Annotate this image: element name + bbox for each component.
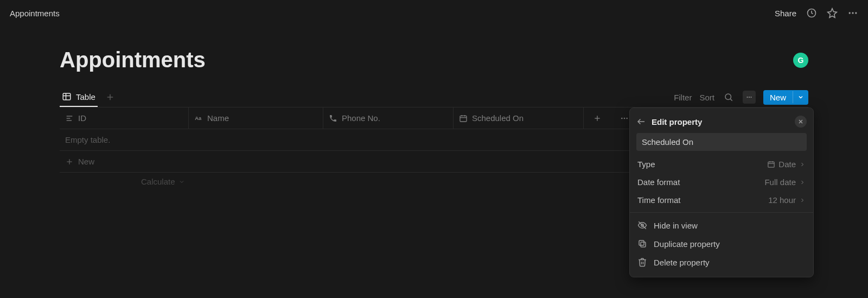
new-row-label: New — [78, 157, 94, 166]
svg-text:Aa: Aa — [195, 116, 202, 121]
svg-rect-18 — [460, 116, 467, 122]
search-icon[interactable] — [722, 91, 735, 104]
sort-button[interactable]: Sort — [699, 93, 714, 102]
column-header-name[interactable]: Aa Name — [189, 107, 323, 129]
property-name-input[interactable] — [636, 133, 807, 151]
favorite-icon[interactable] — [827, 8, 838, 18]
svg-rect-32 — [768, 162, 774, 167]
svg-point-13 — [750, 97, 751, 98]
updates-icon[interactable] — [806, 8, 817, 18]
divider — [630, 212, 813, 213]
property-type-row[interactable]: Type Date — [630, 155, 813, 173]
text-align-icon — [65, 114, 74, 123]
eye-off-icon — [637, 220, 647, 230]
edit-property-popover: Edit property Type Date — [629, 107, 814, 277]
column-header-phone-label: Phone No. — [342, 113, 380, 123]
add-view-button[interactable] — [105, 92, 115, 102]
svg-point-24 — [621, 117, 623, 119]
filter-button[interactable]: Filter — [674, 93, 692, 102]
svg-point-2 — [852, 12, 853, 14]
view-options-icon[interactable] — [743, 91, 756, 104]
time-format-label: Time format — [637, 195, 680, 205]
plus-icon — [65, 157, 74, 166]
topbar: Appointments Share — [0, 0, 868, 26]
new-button-label: New — [763, 90, 793, 105]
close-button[interactable] — [795, 116, 807, 128]
share-button[interactable]: Share — [775, 9, 796, 18]
duplicate-property-button[interactable]: Duplicate property — [630, 234, 813, 253]
delete-property-button[interactable]: Delete property — [630, 253, 813, 271]
svg-rect-4 — [63, 93, 71, 100]
svg-point-9 — [725, 94, 731, 100]
trash-icon — [637, 257, 647, 267]
svg-point-25 — [624, 117, 626, 119]
chevron-right-icon — [799, 161, 806, 168]
popover-title: Edit property — [652, 117, 789, 126]
column-header-name-label: Name — [207, 113, 229, 123]
column-header-phone[interactable]: Phone No. — [323, 107, 454, 129]
hide-in-view-button[interactable]: Hide in view — [630, 216, 813, 234]
svg-rect-38 — [641, 242, 646, 247]
svg-line-10 — [730, 99, 732, 100]
hide-in-view-label: Hide in view — [654, 221, 698, 230]
add-column-button[interactable] — [584, 107, 611, 129]
svg-rect-39 — [639, 240, 644, 245]
text-aa-icon: Aa — [194, 114, 203, 123]
breadcrumb[interactable]: Appointments — [10, 9, 60, 18]
type-value: Date — [778, 160, 796, 169]
column-header-id[interactable]: ID — [60, 107, 189, 129]
tab-table[interactable]: Table — [60, 87, 98, 107]
column-header-scheduled[interactable]: Scheduled On — [454, 107, 584, 129]
svg-point-11 — [746, 97, 748, 98]
chevron-down-icon — [178, 179, 185, 185]
back-button[interactable] — [636, 117, 646, 126]
chevron-right-icon — [799, 197, 806, 204]
view-toolbar: Table Filter Sort New — [60, 87, 808, 107]
chevron-down-icon[interactable] — [793, 91, 808, 103]
date-format-row[interactable]: Date format Full date — [630, 173, 813, 191]
type-label: Type — [637, 160, 655, 169]
column-header-id-label: ID — [78, 113, 86, 123]
time-format-row[interactable]: Time format 12 hour — [630, 191, 813, 209]
calendar-icon — [459, 114, 468, 123]
duplicate-property-label: Duplicate property — [654, 239, 720, 249]
date-format-label: Date format — [637, 177, 680, 187]
svg-point-12 — [749, 97, 750, 98]
duplicate-icon — [637, 239, 647, 249]
table-icon — [62, 92, 72, 102]
page-title[interactable]: Appointments — [60, 48, 206, 72]
time-format-value: 12 hour — [768, 195, 796, 205]
svg-point-3 — [855, 12, 857, 14]
svg-point-1 — [849, 12, 851, 14]
svg-point-26 — [626, 117, 628, 119]
avatar[interactable]: G — [793, 53, 808, 68]
new-button[interactable]: New — [763, 90, 808, 105]
chevron-right-icon — [799, 179, 806, 186]
more-icon[interactable] — [847, 8, 858, 18]
calendar-icon — [767, 160, 775, 168]
delete-property-label: Delete property — [654, 258, 710, 267]
column-header-scheduled-label: Scheduled On — [472, 113, 524, 123]
phone-icon — [329, 114, 337, 123]
calculate-label: Calculate — [141, 177, 175, 186]
tab-table-label: Table — [76, 92, 95, 102]
date-format-value: Full date — [764, 177, 796, 187]
